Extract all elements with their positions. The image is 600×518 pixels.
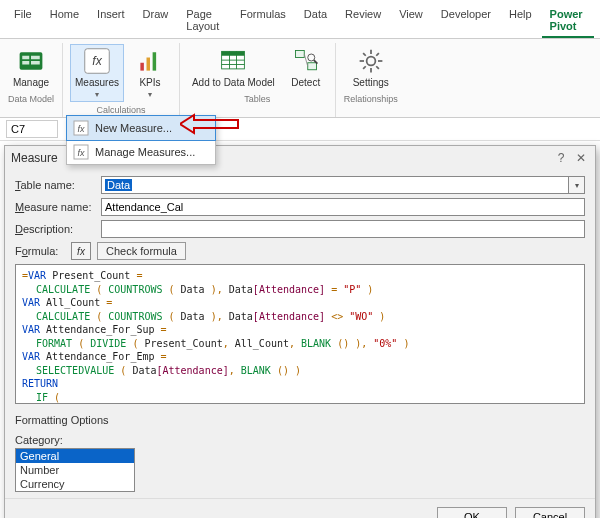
svg-rect-1 <box>22 56 29 60</box>
dialog-title: Measure <box>11 151 58 165</box>
group-title-calculations: Calculations <box>96 105 145 115</box>
svg-rect-7 <box>140 63 144 71</box>
fx-icon: fx <box>73 144 89 160</box>
formula-textarea[interactable]: =VAR Present_Count = CALCULATE ( COUNTRO… <box>15 264 585 404</box>
fx-button[interactable]: fx <box>71 242 91 260</box>
tab-draw[interactable]: Draw <box>135 4 177 38</box>
svg-line-18 <box>304 54 308 66</box>
svg-text:fx: fx <box>77 124 85 134</box>
svg-rect-9 <box>153 52 157 70</box>
manage-label: Manage <box>13 77 49 88</box>
fx-icon: fx <box>77 246 85 257</box>
svg-text:fx: fx <box>77 148 85 158</box>
chevron-down-icon[interactable]: ▾ <box>569 176 585 194</box>
tab-formulas[interactable]: Formulas <box>232 4 294 38</box>
measures-button[interactable]: fx Measures ▾ <box>71 45 123 101</box>
kpis-button[interactable]: KPIs ▾ <box>129 45 171 101</box>
description-label: Description: <box>15 223 95 235</box>
kpis-icon <box>136 47 164 75</box>
tab-view[interactable]: View <box>391 4 431 38</box>
detect-button[interactable]: Detect <box>285 45 327 90</box>
close-button[interactable]: ✕ <box>573 150 589 166</box>
measure-name-input[interactable] <box>101 198 585 216</box>
category-label: Category: <box>15 434 585 446</box>
tab-help[interactable]: Help <box>501 4 540 38</box>
chevron-down-icon: ▾ <box>95 90 99 99</box>
svg-line-29 <box>376 53 379 56</box>
svg-line-26 <box>363 53 366 56</box>
group-data-model: Manage Data Model <box>0 43 63 117</box>
description-input[interactable] <box>101 220 585 238</box>
tab-review[interactable]: Review <box>337 4 389 38</box>
svg-rect-17 <box>308 63 317 70</box>
svg-rect-3 <box>22 61 29 65</box>
fx-icon: fx <box>73 120 89 136</box>
svg-rect-11 <box>222 51 245 55</box>
new-measure-label: New Measure... <box>95 122 172 134</box>
callout-arrow-icon <box>180 113 240 135</box>
manage-measures-item[interactable]: fx Manage Measures... <box>67 140 215 164</box>
tab-data[interactable]: Data <box>296 4 335 38</box>
check-formula-button[interactable]: Check formula <box>97 242 186 260</box>
tab-power-pivot[interactable]: Power Pivot <box>542 4 594 38</box>
tab-page-layout[interactable]: Page Layout <box>178 4 230 38</box>
svg-line-28 <box>363 66 366 69</box>
svg-point-21 <box>366 57 375 66</box>
svg-text:fx: fx <box>92 54 102 68</box>
svg-rect-2 <box>31 56 40 60</box>
svg-line-27 <box>376 66 379 69</box>
ok-button[interactable]: OK <box>437 507 507 518</box>
tab-insert[interactable]: Insert <box>89 4 133 38</box>
detect-label: Detect <box>291 77 320 88</box>
add-label: Add to Data Model <box>192 77 275 88</box>
manage-icon <box>17 47 45 75</box>
manage-measures-label: Manage Measures... <box>95 146 195 158</box>
gear-icon <box>357 47 385 75</box>
group-title-data-model: Data Model <box>8 94 54 104</box>
category-item-general[interactable]: General <box>16 449 134 463</box>
measures-label: Measures <box>75 77 119 88</box>
svg-rect-8 <box>146 58 150 71</box>
kpis-label: KPIs <box>139 77 160 88</box>
help-button[interactable]: ? <box>553 150 569 166</box>
category-item-currency[interactable]: Currency <box>16 477 134 491</box>
group-relationships: Settings Relationships <box>336 43 406 117</box>
ribbon-tabs: File Home Insert Draw Page Layout Formul… <box>0 0 600 39</box>
group-calculations: fx Measures ▾ KPIs ▾ Calculations <box>63 43 180 117</box>
cancel-button[interactable]: Cancel <box>515 507 585 518</box>
formula-label: Formula: <box>15 245 65 257</box>
category-listbox[interactable]: General Number Currency <box>15 448 135 492</box>
svg-rect-4 <box>31 61 40 65</box>
svg-point-19 <box>308 54 315 61</box>
settings-label: Settings <box>353 77 389 88</box>
name-box[interactable] <box>6 120 58 138</box>
tab-developer[interactable]: Developer <box>433 4 499 38</box>
group-title-tables: Tables <box>244 94 270 104</box>
group-title-relationships: Relationships <box>344 94 398 104</box>
svg-rect-16 <box>295 51 304 58</box>
table-icon <box>219 47 247 75</box>
table-name-combo[interactable]: Data <box>101 176 569 194</box>
add-to-data-model-button[interactable]: Add to Data Model <box>188 45 279 90</box>
manage-button[interactable]: Manage <box>9 45 53 90</box>
tab-file[interactable]: File <box>6 4 40 38</box>
tab-home[interactable]: Home <box>42 4 87 38</box>
table-name-label: Table name: <box>15 179 95 191</box>
detect-icon <box>292 47 320 75</box>
chevron-down-icon: ▾ <box>148 90 152 99</box>
formatting-options-label: Formatting Options <box>15 414 585 426</box>
measure-dialog: Measure ? ✕ Table name: Data ▾ Measure n… <box>4 145 596 518</box>
group-tables: Add to Data Model Detect Tables <box>180 43 336 117</box>
fx-icon: fx <box>83 47 111 75</box>
ribbon-panel: Manage Data Model fx Measures ▾ KPIs ▾ C… <box>0 39 600 118</box>
settings-button[interactable]: Settings <box>349 45 393 90</box>
svg-marker-34 <box>180 115 238 133</box>
category-item-number[interactable]: Number <box>16 463 134 477</box>
measure-name-label: Measure name: <box>15 201 95 213</box>
